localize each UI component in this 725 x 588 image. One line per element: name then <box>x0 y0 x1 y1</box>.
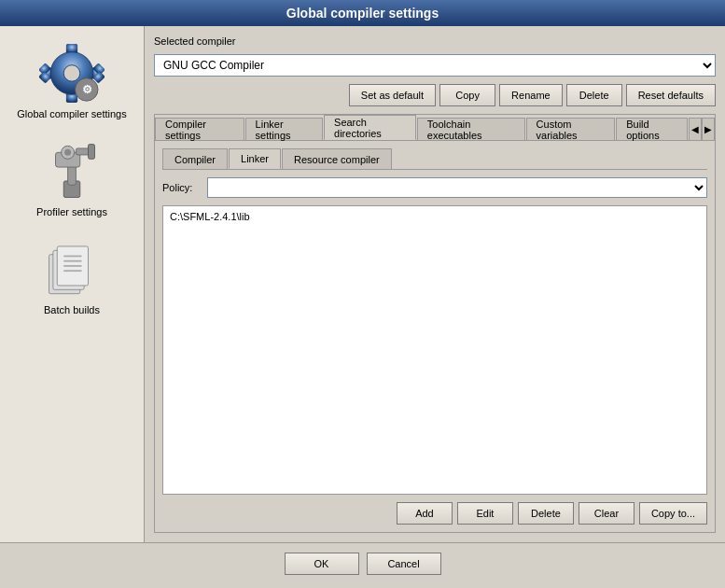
rename-button[interactable]: Rename <box>499 84 563 106</box>
title-bar: Global compiler settings <box>0 0 725 26</box>
policy-select[interactable] <box>207 177 707 198</box>
copy-to-button[interactable]: Copy to... <box>639 502 707 525</box>
profiler-icon <box>39 138 105 203</box>
compiler-select-container: GNU GCC Compiler <box>154 54 716 77</box>
policy-row: Policy: <box>162 177 707 198</box>
policy-label: Policy: <box>162 182 200 193</box>
svg-rect-13 <box>68 164 77 185</box>
tab-compiler-settings[interactable]: Compiler settings <box>155 118 244 140</box>
directories-list[interactable]: C:\SFML-2.4.1\lib <box>162 205 707 495</box>
tab-content-search-directories: Compiler Linker Resource compiler Policy… <box>155 141 715 532</box>
inner-tabs: Compiler Linker Resource compiler <box>162 148 707 170</box>
clear-button[interactable]: Clear <box>579 502 634 525</box>
tabs-container: Compiler settings Linker settings Search… <box>154 114 716 533</box>
batch-builds-icon <box>39 236 105 301</box>
copy-button[interactable]: Copy <box>439 84 495 106</box>
add-button[interactable]: Add <box>397 502 453 525</box>
window-title: Global compiler settings <box>286 6 439 21</box>
dir-entry-0: C:\SFML-2.4.1\lib <box>166 209 704 224</box>
sidebar: ⚙ Global compiler settings <box>0 26 145 542</box>
content-area: Selected compiler GNU GCC Compiler Set a… <box>145 26 725 542</box>
svg-text:⚙: ⚙ <box>82 83 92 96</box>
selected-compiler-row: Selected compiler <box>154 35 716 47</box>
inner-tab-compiler[interactable]: Compiler <box>162 148 228 169</box>
gear-icon: ⚙ <box>39 40 105 105</box>
outer-tabs: Compiler settings Linker settings Search… <box>155 115 715 141</box>
svg-rect-18 <box>89 145 95 160</box>
reset-defaults-button[interactable]: Reset defaults <box>626 84 716 106</box>
delete-button[interactable]: Delete <box>566 84 622 106</box>
tab-search-directories[interactable]: Search directories <box>324 115 416 140</box>
tab-scroll-right[interactable]: ▶ <box>702 118 715 140</box>
compiler-buttons: Set as default Copy Rename Delete Reset … <box>154 84 716 106</box>
inner-tab-resource-compiler[interactable]: Resource compiler <box>282 148 392 169</box>
inner-tab-linker[interactable]: Linker <box>229 148 281 169</box>
tab-build-options[interactable]: Build options <box>616 118 688 140</box>
bottom-bar: OK Cancel <box>0 542 725 584</box>
cancel-button[interactable]: Cancel <box>367 553 441 575</box>
ok-button[interactable]: OK <box>285 553 359 575</box>
sidebar-item-batch-builds-label: Batch builds <box>44 304 100 315</box>
sidebar-item-batch-builds[interactable]: Batch builds <box>11 231 132 320</box>
tab-custom-variables[interactable]: Custom variables <box>526 118 616 140</box>
compiler-dropdown-row: GNU GCC Compiler <box>154 54 716 77</box>
set-as-default-button[interactable]: Set as default <box>349 84 436 106</box>
sidebar-item-profiler[interactable]: Profiler settings <box>11 133 132 222</box>
delete-dir-button[interactable]: Delete <box>518 502 574 525</box>
bottom-action-buttons: Add Edit Delete Clear Copy to... <box>162 502 707 525</box>
sidebar-item-global-compiler-label: Global compiler settings <box>17 108 126 119</box>
svg-point-9 <box>63 65 80 82</box>
tab-toolchain-executables[interactable]: Toolchain executables <box>417 118 525 140</box>
selected-compiler-label: Selected compiler <box>154 35 235 47</box>
tab-linker-settings[interactable]: Linker settings <box>245 118 323 140</box>
compiler-select[interactable]: GNU GCC Compiler <box>154 54 716 77</box>
sidebar-item-profiler-label: Profiler settings <box>36 206 107 217</box>
sidebar-item-global-compiler[interactable]: ⚙ Global compiler settings <box>11 35 132 124</box>
tab-scroll-left[interactable]: ◀ <box>689 118 702 140</box>
edit-button[interactable]: Edit <box>457 502 513 525</box>
svg-point-16 <box>64 149 71 156</box>
